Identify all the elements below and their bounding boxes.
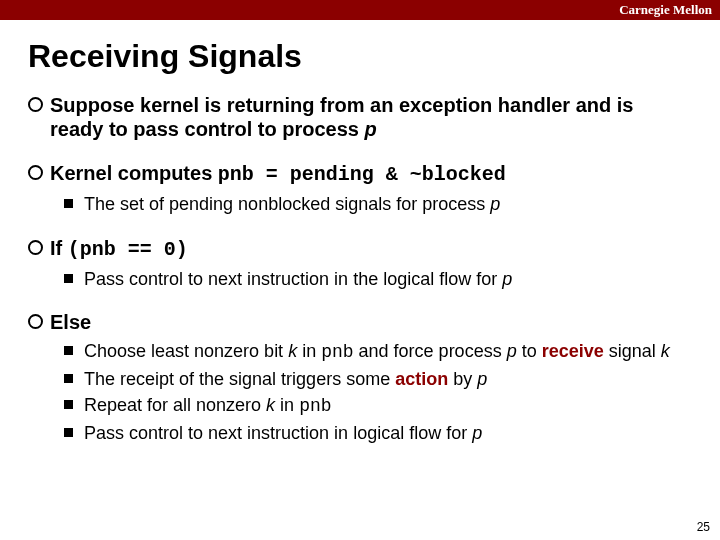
code: (pnb == 0) <box>68 238 188 261</box>
bullet-1: Suppose kernel is returning from an exce… <box>50 93 692 141</box>
var-p: p <box>502 269 512 289</box>
var-p: p <box>365 118 377 140</box>
sublist: Choose least nonzero bit k in pnb and fo… <box>50 340 692 444</box>
slide-content: Suppose kernel is returning from an exce… <box>0 93 720 444</box>
slide-title: Receiving Signals <box>0 20 720 93</box>
sub-3: Repeat for all nonzero k in pnb <box>84 394 692 418</box>
text: Choose least nonzero bit <box>84 341 288 361</box>
text: signal <box>604 341 661 361</box>
sub-2: The receipt of the signal triggers some … <box>84 368 692 391</box>
keyword-receive: receive <box>542 341 604 361</box>
bullet-list: Suppose kernel is returning from an exce… <box>28 93 692 444</box>
text: in <box>275 395 299 415</box>
text: Else <box>50 311 91 333</box>
text: Repeat for all nonzero <box>84 395 266 415</box>
text: by <box>448 369 477 389</box>
text: and force process <box>354 341 507 361</box>
var-p: p <box>507 341 517 361</box>
var-k: k <box>266 395 275 415</box>
sub-1: Choose least nonzero bit k in pnb and fo… <box>84 340 692 364</box>
sublist: The set of pending nonblocked signals fo… <box>50 193 692 216</box>
brand-text: Carnegie Mellon <box>619 2 712 17</box>
text: to <box>517 341 542 361</box>
var-p: p <box>477 369 487 389</box>
code: pnb <box>299 396 331 416</box>
code: pnb <box>321 342 353 362</box>
bullet-3: If (pnb == 0) Pass control to next instr… <box>50 236 692 291</box>
page-number: 25 <box>697 520 710 534</box>
text: The receipt of the signal triggers some <box>84 369 395 389</box>
sub-1: Pass control to next instruction in the … <box>84 268 692 291</box>
sub-4: Pass control to next instruction in logi… <box>84 422 692 445</box>
text: Kernel computes <box>50 162 218 184</box>
bullet-2: Kernel computes pnb = pending & ~blocked… <box>50 161 692 216</box>
text: The set of pending nonblocked signals fo… <box>84 194 490 214</box>
var-k: k <box>661 341 670 361</box>
var-k: k <box>288 341 297 361</box>
bullet-4: Else Choose least nonzero bit k in pnb a… <box>50 310 692 444</box>
var-p: p <box>490 194 500 214</box>
text: Pass control to next instruction in logi… <box>84 423 472 443</box>
keyword-action: action <box>395 369 448 389</box>
text: in <box>297 341 321 361</box>
text: If <box>50 237 68 259</box>
text: Suppose kernel is returning from an exce… <box>50 94 633 140</box>
code: pnb = pending & ~blocked <box>218 163 506 186</box>
text: Pass control to next instruction in the … <box>84 269 502 289</box>
sublist: Pass control to next instruction in the … <box>50 268 692 291</box>
sub-1: The set of pending nonblocked signals fo… <box>84 193 692 216</box>
var-p: p <box>472 423 482 443</box>
brand-bar: Carnegie Mellon <box>0 0 720 20</box>
